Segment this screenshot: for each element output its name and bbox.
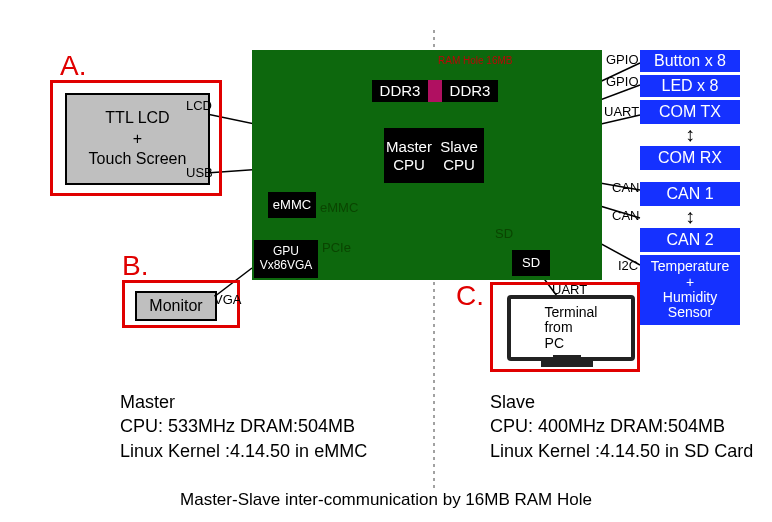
ram-hole-marker xyxy=(428,80,442,102)
sensor-block: Temperature + Humidity Sensor xyxy=(640,255,740,325)
can-arrow-icon: ↕ xyxy=(640,206,740,226)
terminal-screen: Terminal from PC xyxy=(507,295,635,361)
gpio2-label: GPIO xyxy=(606,74,639,89)
emmc-port-label: eMMC xyxy=(320,200,358,215)
footer-caption: Master-Slave inter-communication by 16MB… xyxy=(0,490,772,510)
group-c-label: C. xyxy=(456,280,484,312)
lcd-port-label: LCD xyxy=(186,98,212,113)
com-arrow-icon: ↕ xyxy=(640,124,740,144)
can2-block: CAN 2 xyxy=(640,228,740,252)
com-tx-block: COM TX xyxy=(640,100,740,124)
sd-port-label: SD xyxy=(495,226,513,241)
gpio1-label: GPIO xyxy=(606,52,639,67)
gpu-block: GPU Vx86VGA xyxy=(254,240,318,278)
leds-block: LED x 8 xyxy=(640,75,740,97)
emmc-block: eMMC xyxy=(268,192,316,218)
can2-label: CAN xyxy=(612,208,639,223)
terminal-uart-label: UART xyxy=(552,282,587,297)
com-rx-block: COM RX xyxy=(640,146,740,170)
ddr3-left: DDR3 xyxy=(372,80,428,102)
can1-label: CAN xyxy=(612,180,639,195)
vga-port-label: VGA xyxy=(214,292,241,307)
usb-port-label: USB xyxy=(186,165,213,180)
sd-block: SD xyxy=(512,250,550,276)
i2c-label: I2C xyxy=(618,258,638,273)
slave-caption: Slave CPU: 400MHz DRAM:504MB Linux Kerne… xyxy=(490,390,753,463)
pcie-port-label: PCIe xyxy=(322,240,351,255)
ddr3-right: DDR3 xyxy=(442,80,498,102)
group-a-label: A. xyxy=(60,50,86,82)
master-caption: Master CPU: 533MHz DRAM:504MB Linux Kern… xyxy=(120,390,367,463)
slave-cpu: Slave CPU xyxy=(434,128,484,183)
buttons-block: Button x 8 xyxy=(640,50,740,72)
terminal-base xyxy=(541,361,593,367)
uart1-label: UART xyxy=(604,104,639,119)
ram-hole-note: RAM Hole 16MB xyxy=(438,55,512,66)
group-b-label: B. xyxy=(122,250,148,282)
can1-block: CAN 1 xyxy=(640,182,740,206)
master-cpu: Master CPU xyxy=(384,128,434,183)
monitor-block: Monitor xyxy=(135,291,217,321)
